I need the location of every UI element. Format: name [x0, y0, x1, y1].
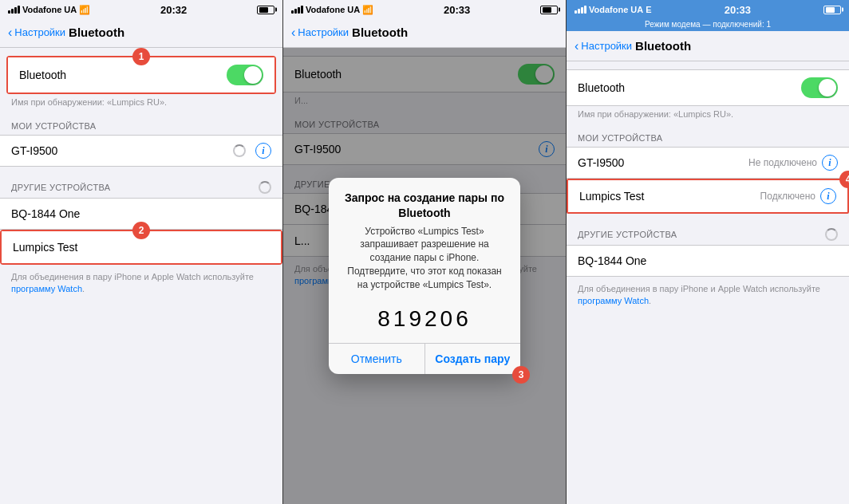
device-right-lumpics-3: Подключено i: [760, 188, 836, 204]
footer-text-1: Для объединения в пару iPhone и Apple Wa…: [11, 272, 254, 282]
time-1: 20:32: [160, 4, 187, 16]
device-name-bq-1: BQ-1844 One: [11, 207, 80, 220]
carrier-2: Vodafone UA: [306, 5, 360, 14]
nav-back-label-3: Настройки: [581, 40, 632, 52]
nav-title-2: Bluetooth: [352, 26, 408, 39]
status-left-3: Vodafone UA E: [575, 5, 652, 14]
other-header-row-1: ДРУГИЕ УСТРОЙСТВА: [0, 181, 282, 198]
device-right-gt9500-3: Не подключено i: [748, 155, 838, 171]
my-devices-header-3: МОИ УСТРОЙСТВА: [567, 133, 849, 147]
status-right-3: [823, 6, 841, 14]
status-bar-2: Vodafone UA 📶 20:33: [283, 0, 566, 18]
dialog-title-2: Запрос на создание пары по Bluetooth: [329, 178, 520, 224]
back-button-2[interactable]: ‹ Настройки: [291, 26, 349, 40]
chevron-left-icon-2: ‹: [291, 26, 295, 40]
badge-2: 2: [132, 222, 150, 239]
battery-1: [257, 6, 274, 14]
status-right-1: [257, 6, 274, 14]
panel-2: Vodafone UA 📶 20:33 ‹ Настройки Bluetoot…: [282, 0, 567, 504]
other-devices-header-1: ДРУГИЕ УСТРОЙСТВА: [11, 183, 259, 192]
footer-link-1[interactable]: программу Watch: [11, 284, 82, 293]
footer-3: Для объединения в пару iPhone и Apple Wa…: [567, 277, 849, 314]
carrier-1: Vodafone UA: [22, 5, 77, 14]
dialog-confirm-2[interactable]: Создать пару: [425, 344, 521, 374]
nav-back-label-1: Настройки: [14, 26, 65, 38]
nav-bar-1: ‹ Настройки Bluetooth: [0, 18, 282, 48]
dialog-overlay-2: Запрос на создание пары по Bluetooth Уст…: [283, 48, 566, 504]
dialog-2: Запрос на создание пары по Bluetooth Уст…: [329, 178, 520, 373]
dialog-body-2: Устройство «Lumpics Test» запрашивает ра…: [329, 225, 520, 300]
content-3: Bluetooth Имя при обнаружении: «Lumpics …: [567, 61, 849, 504]
bluetooth-section-1: Bluetooth 1: [0, 56, 282, 94]
device-row-gt9500-1[interactable]: GT-I9500 i: [0, 135, 282, 167]
status-left-1: Vodafone UA 📶: [8, 5, 90, 15]
discovery-text-1: Имя при обнаружении: «Lumpics RU».: [0, 94, 282, 107]
panel-3: Vodafone UA E 20:33 Режим модема — подкл…: [567, 0, 849, 504]
toggle-thumb-3: [819, 79, 836, 96]
device-name-gt9500-3: GT-I9500: [578, 156, 624, 169]
bluetooth-section-3: Bluetooth: [567, 69, 849, 106]
chevron-left-icon-3: ‹: [575, 39, 579, 53]
wifi-icon-2: 📶: [362, 5, 373, 15]
wifi-icon-1: 📶: [79, 5, 90, 15]
time-2: 20:33: [444, 4, 470, 16]
nav-back-label-2: Настройки: [298, 26, 349, 38]
toggle-thumb-1: [244, 66, 262, 84]
my-devices-header-1: МОИ УСТРОЙСТВА: [0, 121, 282, 135]
nav-bar-3: ‹ Настройки Bluetooth: [567, 31, 849, 61]
badge-1: 1: [132, 48, 150, 65]
other-devices-section-3: ДРУГИЕ УСТРОЙСТВА BQ-1844 One: [567, 228, 849, 277]
nav-title-1: Bluetooth: [69, 26, 124, 39]
panel-1: Vodafone UA 📶 20:32 ‹ Настройки Bluetoot…: [0, 0, 282, 504]
device-name-gt9500-1: GT-I9500: [11, 144, 57, 157]
bluetooth-toggle-row-3[interactable]: Bluetooth: [567, 69, 849, 106]
other-spinner-1: [259, 181, 271, 194]
lumpics-highlight-3: Lumpics Test Подключено i: [567, 179, 849, 214]
bluetooth-toggle-1[interactable]: [227, 65, 263, 85]
footer-link-3[interactable]: программу Watch: [578, 296, 649, 305]
hotspot-bar-3: Режим модема — подключений: 1: [567, 18, 849, 31]
dialog-cancel-2[interactable]: Отменить: [329, 344, 425, 374]
content-1: Bluetooth 1 Имя при обнаружении: «Lumpic…: [0, 48, 282, 504]
device-name-lumpics-1: Lumpics Test: [13, 241, 77, 254]
footer-text-3: Для объединения в пару iPhone и Apple Wa…: [578, 284, 820, 293]
signal-icon-3: [575, 6, 586, 14]
bluetooth-toggle-3[interactable]: [801, 77, 838, 98]
status-right-2: [540, 6, 558, 14]
hotspot-section-3: Vodafone UA E 20:33 Режим модема — подкл…: [567, 0, 849, 31]
info-icon-gt9500-1[interactable]: i: [255, 143, 271, 159]
dialog-buttons-2: Отменить Создать пару: [329, 343, 520, 374]
device-name-bq-3: BQ-1844 One: [578, 254, 646, 267]
discovery-text-3: Имя при обнаружении: «Lumpics RU».: [567, 106, 849, 119]
nav-bar-2: ‹ Настройки Bluetooth: [283, 18, 566, 48]
device-right-gt9500-1: i: [233, 143, 271, 159]
my-devices-section-3: МОИ УСТРОЙСТВА GT-I9500 Не подключено i …: [567, 133, 849, 214]
info-icon-lumpics-3[interactable]: i: [820, 188, 836, 204]
nav-title-3: Bluetooth: [635, 39, 691, 53]
dialog-code-2: 819206: [329, 300, 520, 343]
chevron-left-icon-1: ‹: [8, 26, 12, 40]
bluetooth-label-3: Bluetooth: [578, 81, 625, 94]
device-row-gt9500-3[interactable]: GT-I9500 Не подключено i: [567, 147, 849, 179]
signal-icon-2: [291, 6, 303, 14]
content-2: Bluetooth И... МОИ УСТРОЙСТВА GT-I9500 i…: [283, 48, 566, 504]
dialog-box-2: Запрос на создание пары по Bluetooth Уст…: [329, 178, 520, 373]
carrier-3: Vodafone UA: [589, 5, 643, 14]
battery-3: [823, 6, 841, 14]
spinner-gt9500-1: [233, 144, 246, 157]
status-left-2: Vodafone UA 📶: [291, 5, 373, 15]
device-status-gt9500-3: Не подключено: [748, 157, 817, 168]
badge-3: 3: [512, 366, 530, 384]
back-button-3[interactable]: ‹ Настройки: [575, 39, 632, 53]
time-3: 20:33: [725, 4, 751, 16]
status-bar-3: Vodafone UA E 20:33: [567, 0, 849, 18]
status-bar-1: Vodafone UA 📶 20:32: [0, 0, 282, 18]
bluetooth-label-1: Bluetooth: [19, 69, 66, 81]
device-row-bq-3[interactable]: BQ-1844 One: [567, 245, 849, 277]
lumpics-container-1: Lumpics Test 2: [0, 230, 282, 265]
my-devices-section-1: МОИ УСТРОЙСТВА GT-I9500 i: [0, 121, 282, 167]
info-icon-gt9500-3[interactable]: i: [822, 155, 838, 171]
lumpics-container-3: Lumpics Test Подключено i 4: [567, 179, 849, 214]
device-row-lumpics-3[interactable]: Lumpics Test Подключено i: [568, 180, 847, 212]
back-button-1[interactable]: ‹ Настройки: [8, 26, 65, 40]
